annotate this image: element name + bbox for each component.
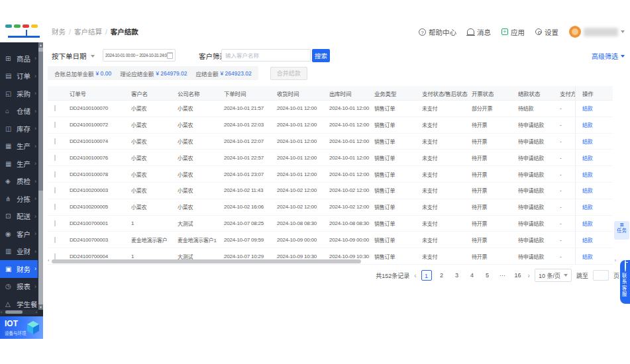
sidebar-hscrollbar-thumb[interactable]	[5, 310, 23, 314]
sidebar-item-reports[interactable]: ◷报表›	[0, 278, 38, 296]
page-number-2[interactable]: 2	[437, 270, 447, 281]
sidebar-scrollbar-thumb[interactable]	[38, 52, 43, 191]
row-checkbox[interactable]	[54, 204, 56, 210]
sidebar-item-quality[interactable]: ◈质检›	[0, 173, 38, 191]
settle-link[interactable]: 结款	[582, 187, 593, 194]
chevron-right-icon: ›	[34, 230, 36, 237]
sidebar-item-label: 业财	[17, 246, 30, 256]
scroll-right-icon[interactable]: ›	[615, 258, 616, 263]
settle-link[interactable]: 结款	[582, 105, 593, 112]
logo-dash	[23, 24, 29, 28]
settle-link[interactable]: 结款	[582, 220, 593, 227]
settle-link[interactable]: 结款	[582, 154, 593, 161]
page-number-3[interactable]: 3	[452, 270, 462, 281]
scroll-left-icon[interactable]: ‹	[48, 258, 49, 263]
chevron-right-icon: ›	[34, 143, 36, 150]
cell-order-no: DD24100100078	[70, 171, 131, 177]
row-checkbox[interactable]	[54, 237, 56, 243]
sidebar-item-label: 配送	[17, 211, 30, 221]
cell-biz-type: 销售订单	[374, 105, 422, 112]
summary-amount-label: 合账总加单金额	[54, 69, 94, 77]
sidebar-item-purchase[interactable]: ◱采购›	[0, 85, 38, 103]
user-name-redacted	[584, 28, 618, 36]
customer-name-input[interactable]	[221, 49, 311, 62]
column-header: 结款状态	[518, 89, 560, 97]
page-number-4[interactable]: 4	[467, 270, 478, 281]
advanced-filter-toggle[interactable]: 高级筛选	[592, 51, 625, 61]
sidebar-item-label: 财务	[17, 264, 30, 274]
next-page-icon[interactable]: ›	[528, 272, 530, 279]
scroll-down-icon[interactable]: ▼	[38, 304, 43, 310]
iot-banner[interactable]: IOT 设备与环境	[0, 316, 43, 339]
sidebar-item-production-2[interactable]: ▦生产›	[0, 155, 38, 173]
row-checkbox[interactable]	[54, 171, 56, 177]
settle-link[interactable]: 结款	[582, 121, 593, 128]
cell-invoice-status: 待开票	[472, 138, 518, 145]
cell-pay-method: -	[560, 122, 575, 128]
settle-link[interactable]: 结款	[582, 236, 593, 244]
cell-customer: 小菜农	[131, 154, 178, 161]
cell-receive-time: 2024-10-01 12:00	[277, 155, 329, 161]
settle-link[interactable]: 结款	[582, 203, 593, 210]
cell-invoice-status: 待开票	[472, 220, 518, 227]
settle-link[interactable]: 结款	[582, 171, 593, 178]
warehouse-icon: ⌂	[5, 107, 14, 114]
page-number-1[interactable]: 1	[421, 270, 432, 281]
row-checkbox[interactable]	[54, 187, 56, 193]
cell-order-time: 2024-10-01 22:07	[224, 138, 277, 144]
cell-order-no: DD24100100074	[70, 138, 131, 144]
prev-page-icon[interactable]: ‹	[414, 272, 416, 279]
row-checkbox[interactable]	[54, 155, 56, 161]
messages-button[interactable]: 消息	[467, 27, 491, 37]
page-ellipsis[interactable]: ···	[498, 270, 508, 281]
row-checkbox[interactable]	[54, 105, 56, 111]
cell-pay-method: -	[560, 237, 575, 243]
sidebar-item-label: 报表	[17, 281, 30, 291]
column-header: 客户名	[131, 89, 178, 97]
sidebar-horizontal-scrollbar[interactable]: ‹ ›	[0, 310, 38, 314]
sidebar-item-label: 订单	[17, 71, 30, 81]
row-checkbox[interactable]	[54, 220, 56, 226]
settle-link[interactable]: 结款	[582, 138, 593, 145]
page-number-16[interactable]: 16	[513, 270, 523, 281]
breadcrumb-finance[interactable]: 财务	[52, 28, 66, 36]
page-number-5[interactable]: 5	[482, 270, 493, 281]
row-checkbox-cell	[48, 237, 70, 243]
date-type-select[interactable]: 按下单日期	[52, 51, 95, 61]
scroll-right-icon[interactable]: ›	[36, 310, 37, 314]
sidebar-item-finance[interactable]: ▣财务›	[0, 260, 38, 278]
sidebar-item-warehouse[interactable]: ⌂仓储›	[0, 103, 38, 120]
sidebar-item-production-1[interactable]: ▦生产›	[0, 138, 38, 156]
table-hscrollbar-thumb[interactable]	[52, 259, 361, 263]
row-checkbox[interactable]	[54, 138, 56, 144]
help-center-button[interactable]: ? 帮助中心	[419, 27, 456, 37]
sidebar-item-biz-finance[interactable]: ▥业财›	[0, 243, 38, 261]
contact-support-label: 联系客服	[620, 273, 627, 298]
page-size-select[interactable]: 10 条/页	[535, 269, 572, 282]
cell-settle-status: 待结款	[518, 105, 560, 112]
merge-settle-button[interactable]: 合并结款	[270, 67, 307, 80]
sidebar-item-inventory[interactable]: ◫库存›	[0, 120, 38, 138]
user-menu[interactable]	[569, 26, 625, 38]
settings-button[interactable]: 设置	[535, 27, 558, 37]
sidebar-item-delivery[interactable]: ⊡配送›	[0, 208, 38, 226]
scroll-left-icon[interactable]: ‹	[1, 310, 2, 314]
scroll-up-icon[interactable]: ▲	[38, 42, 43, 48]
summary-amount-label: 理论应结金额	[120, 69, 154, 77]
date-range-input[interactable]: 2024-10-01 00:00 ~ 2024-10-31 24:00	[103, 49, 176, 62]
sidebar-item-sorting[interactable]: ⋔分拣›	[0, 190, 38, 208]
sidebar-vertical-scrollbar[interactable]: ▲ ▼	[38, 42, 43, 310]
search-button[interactable]: 搜索	[312, 49, 330, 62]
sidebar-item-customer[interactable]: ◉客户›	[0, 225, 38, 243]
apps-button[interactable]: + 应用	[501, 27, 525, 37]
date-range-value: 2024-10-01 00:00 ~ 2024-10-31 24:00	[105, 53, 167, 58]
cell-biz-type: 销售订单	[374, 220, 422, 227]
task-float-button[interactable]: ≣ 任务	[614, 221, 629, 240]
breadcrumb-customer-settlement[interactable]: 客户结算	[74, 28, 102, 36]
row-checkbox[interactable]	[54, 122, 56, 128]
jump-page-input[interactable]	[593, 270, 609, 281]
sidebar-item-goods[interactable]: ⊞商品›	[0, 50, 38, 68]
contact-support-button[interactable]: 联系客服	[620, 260, 630, 304]
sidebar-item-orders[interactable]: ▤订单›	[0, 68, 38, 85]
table-horizontal-scrollbar[interactable]: ‹ ›	[48, 259, 616, 264]
